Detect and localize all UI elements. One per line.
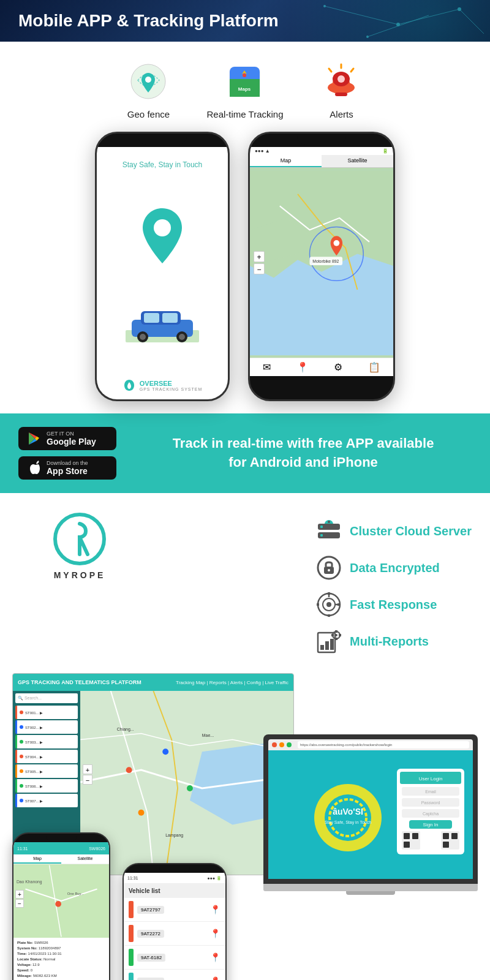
laptop-screen-content: âuVo'SI Stay Safe, Stay in Touch User Lo…: [268, 750, 473, 879]
satellite-tab[interactable]: Satellite: [322, 155, 393, 167]
screens-showcase: GPS TRACKING AND TELEMATICS PLATFORM Tra…: [0, 673, 490, 980]
apple-icon: [27, 461, 42, 475]
detail-status-bar: 11:31 SW8026: [13, 842, 109, 854]
oversee-logo-icon: [123, 379, 136, 392]
alerts-icon-container: [320, 60, 363, 103]
svg-rect-65: [339, 634, 341, 636]
svg-rect-60: [325, 641, 329, 650]
browser-bar: https://abs.overseetracking.com/public/t…: [268, 739, 473, 750]
svg-rect-67: [331, 634, 334, 636]
svg-point-69: [126, 767, 132, 773]
svg-point-82: [325, 794, 371, 841]
svg-point-16: [243, 74, 246, 77]
vehicle-item-2: ST002... ▶: [15, 720, 78, 734]
google-play-text: GET IT ON Google Play: [47, 431, 96, 447]
vlist-plate-2: 9AT2272: [137, 930, 164, 938]
detail-phone-notch: [46, 834, 77, 842]
detail-time: 11:31: [17, 846, 28, 851]
detail-zoom[interactable]: + −: [15, 890, 24, 908]
nav-messages-icon[interactable]: ✉: [263, 361, 271, 373]
detail-map-tab[interactable]: Map: [13, 854, 61, 864]
battery-icon: 🔋: [382, 148, 388, 154]
app-store-text: Download on the App Store: [47, 460, 88, 476]
svg-rect-61: [330, 639, 334, 650]
laptop-mockup: https://abs.overseetracking.com/public/t…: [263, 734, 478, 895]
browser-maximize: [287, 742, 292, 747]
svg-rect-99: [412, 833, 418, 839]
info-voltage: Voltage: 12.9: [17, 962, 105, 968]
map-tab[interactable]: Map: [250, 155, 322, 167]
vlist-signal: ●●● 🔋: [207, 876, 222, 881]
detail-map: Dao Khanong One Buy... + −: [13, 864, 109, 938]
svg-point-32: [140, 334, 146, 340]
multi-reports-icon: [315, 628, 342, 655]
vehicle-item-5: ST005... ▶: [15, 764, 78, 778]
svg-text:Mae...: Mae...: [202, 733, 214, 737]
fast-response-label: Fast Response: [350, 598, 437, 612]
zoom-in-button[interactable]: +: [254, 251, 265, 262]
info-time: Time: 14/01/2023 11:30:31: [17, 951, 105, 957]
info-speed: Speed: 0: [17, 968, 105, 973]
browser-url[interactable]: https://abs.overseetracking.com/public/t…: [298, 741, 469, 748]
signal-icon: ●●● ▲: [255, 148, 270, 154]
multi-reports-label: Multi-Reports: [350, 635, 429, 649]
lock-svg: [315, 554, 342, 581]
vlist-item-1: 9AT2797 📍: [124, 898, 225, 922]
detail-id: SW8026: [89, 846, 105, 851]
nav-report-icon[interactable]: 📋: [368, 361, 380, 373]
svg-text:âuVo'SI: âuVo'SI: [333, 807, 363, 816]
phones-section: Stay Safe, Stay in Touch: [0, 126, 490, 413]
tracking-icon: Maps: [225, 62, 265, 102]
phone-app-mockup: Stay Safe, Stay in Touch: [95, 132, 230, 401]
map-zoom-btns[interactable]: + −: [83, 764, 92, 785]
svg-point-9: [145, 77, 151, 83]
vehicle-item-1: ST001... ▶: [15, 706, 78, 719]
detail-phone-mockup: 11:31 SW8026 Map Satellite Dao Khanong O…: [12, 832, 110, 980]
dashboard-map-svg: Chiang... Mae... Lampang: [80, 691, 293, 875]
app-store-main: App Store: [47, 466, 88, 476]
fast-response-svg: [315, 591, 342, 618]
alerts-label: Alerts: [330, 109, 353, 119]
geo-fence-icon: [129, 62, 168, 102]
svg-rect-29: [144, 313, 159, 323]
nav-settings-icon[interactable]: ⚙: [334, 361, 342, 373]
car-icon: [126, 303, 199, 342]
detail-map-svg: Dao Khanong One Buy...: [13, 864, 109, 938]
map-zoom-in[interactable]: +: [83, 764, 92, 774]
svg-rect-66: [335, 638, 337, 640]
detail-tabs: Map Satellite: [13, 854, 109, 864]
feature-geo-fence: Geo fence: [127, 60, 170, 119]
platform-section: MYROPE Cluster Cloud Server: [0, 493, 490, 673]
dashboard-nav: Tracking Map | Reports | Alerts | Config…: [176, 680, 288, 685]
svg-rect-30: [162, 313, 178, 323]
svg-rect-103: [451, 833, 458, 839]
myrope-logo-icon: [52, 511, 107, 567]
features-section: Geo fence Maps Real-time Tracking: [0, 42, 490, 126]
phone-app-screen: Stay Safe, Stay in Touch: [97, 147, 228, 399]
zoom-out-button[interactable]: −: [254, 263, 265, 274]
svg-rect-24: [335, 92, 347, 96]
fast-response-icon: [315, 591, 342, 618]
detail-zoom-in[interactable]: +: [15, 890, 24, 899]
map-zoom-controls[interactable]: + −: [254, 251, 265, 274]
svg-text:Maps: Maps: [238, 86, 251, 92]
google-play-badge[interactable]: GET IT ON Google Play: [18, 427, 116, 450]
header-section: Mobile APP & Tracking Platform: [0, 0, 490, 42]
svg-line-23: [329, 69, 331, 72]
nav-location-icon[interactable]: 📍: [296, 361, 309, 373]
app-store-badge[interactable]: Download on the App Store: [18, 456, 116, 480]
vehicle-item-3: ST003... ▶: [15, 735, 78, 748]
vlist-loc-1: 📍: [210, 905, 221, 914]
detail-zoom-out[interactable]: −: [15, 899, 24, 908]
svg-line-22: [351, 69, 353, 72]
svg-point-77: [55, 901, 61, 907]
laptop-screen-frame: https://abs.overseetracking.com/public/t…: [263, 734, 478, 884]
svg-text:Captcha: Captcha: [423, 812, 439, 816]
detail-satellite-tab[interactable]: Satellite: [61, 854, 109, 864]
vlist-plate-4: 9AT8770: [137, 978, 164, 981]
vehicle-item-4: ST004... ▶: [15, 750, 78, 763]
svg-rect-102: [443, 833, 449, 839]
map-zoom-out[interactable]: −: [83, 775, 92, 785]
dashboard-search[interactable]: 🔍 Search...: [15, 693, 78, 703]
svg-text:Sign In: Sign In: [423, 822, 439, 827]
